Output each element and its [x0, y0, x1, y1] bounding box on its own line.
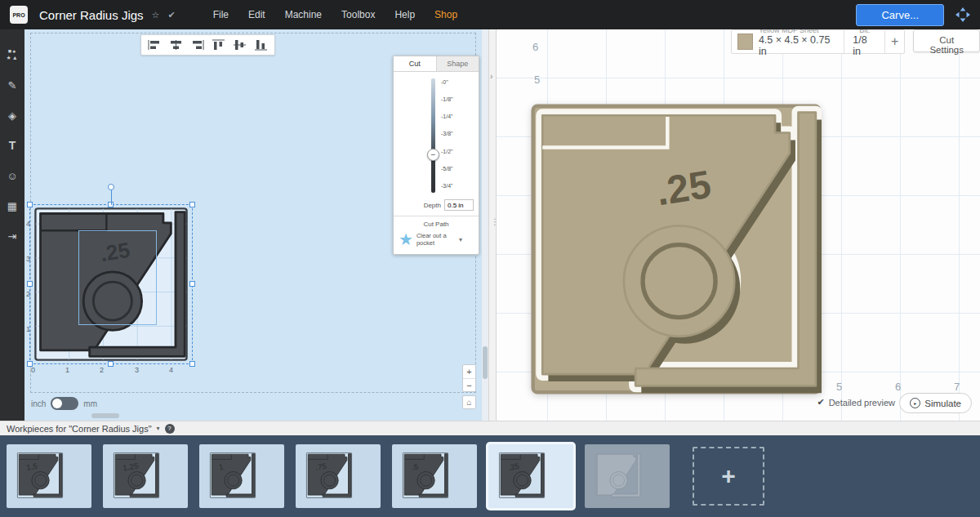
depth-slider-handle[interactable]: − — [427, 149, 439, 161]
check-icon: ✔ — [817, 397, 824, 408]
material-card[interactable]: Yellow MDF Sheet 4.5 × 4.5 × 0.75 in Bit… — [731, 29, 905, 54]
chevron-down-icon: ▾ — [459, 236, 462, 243]
detailed-preview-toggle[interactable]: ✔ Detailed preview — [817, 397, 895, 408]
axis-label: 5 — [534, 74, 540, 86]
depth-label: Depth — [424, 202, 441, 209]
project-title[interactable]: Corner Radius Jigs — [39, 8, 144, 22]
align-middle-vertical-icon[interactable] — [233, 39, 247, 51]
workpiece-thumbnail-6-selected[interactable]: .25 — [488, 444, 573, 508]
workpieces-strip: 1.5 1.25 1 .75 .5 .25 + — [0, 435, 980, 517]
unit-toggle[interactable] — [51, 397, 78, 410]
resize-handle[interactable] — [189, 361, 195, 367]
shapes-tool-icon[interactable]: ■● ★▲ — [2, 46, 22, 64]
align-bottom-icon[interactable] — [254, 39, 268, 51]
zoom-out-button[interactable]: − — [463, 378, 475, 391]
depth-input[interactable] — [444, 199, 474, 211]
canvas-vertical-scrollbar[interactable] — [482, 29, 488, 421]
fullscreen-arrows-icon[interactable] — [956, 7, 970, 22]
workpiece-preview — [209, 452, 256, 498]
axis-label: 6 — [895, 381, 901, 393]
workpiece-preview — [16, 452, 64, 498]
mm-label: mm — [83, 399, 97, 408]
workpiece-thumbnail-1[interactable]: 1.5 — [7, 444, 91, 508]
workpiece-preview — [402, 452, 449, 498]
help-icon[interactable]: ? — [165, 424, 175, 434]
workpiece-thumbnail-4[interactable]: .75 — [296, 444, 381, 508]
material-tool-icon[interactable]: ▦ — [2, 197, 22, 215]
zoom-in-button[interactable]: + — [463, 365, 475, 378]
horizontal-scrollbar[interactable] — [91, 413, 119, 418]
resize-handle[interactable] — [189, 281, 195, 287]
import-tool-icon[interactable]: ⇥ — [2, 227, 22, 245]
simulate-button[interactable]: ▸ Simulate — [899, 393, 972, 413]
menu-machine[interactable]: Machine — [275, 2, 332, 27]
rotation-stem — [111, 190, 112, 205]
workpiece-thumbnail-7-disabled[interactable] — [585, 444, 670, 508]
drill-tool-icon[interactable]: ◈ — [2, 106, 22, 124]
align-top-icon[interactable] — [212, 39, 225, 51]
zoom-home-button[interactable]: ⌂ — [462, 395, 476, 409]
resize-handle[interactable] — [189, 202, 195, 207]
collapse-arrow-icon[interactable]: › — [490, 72, 492, 81]
cut-settings-button[interactable]: Cut Settings — [913, 29, 980, 52]
workpiece-preview — [305, 452, 353, 498]
preview-3d-workpiece — [531, 104, 822, 394]
axis-label: 6 — [532, 41, 538, 53]
panel-splitter[interactable]: › ⋮ — [482, 29, 497, 421]
workpiece-thumbnail-3[interactable]: 1 — [199, 444, 284, 508]
add-bit-button[interactable]: + — [884, 30, 904, 53]
cut-path-title: Cut Path — [399, 221, 474, 228]
saved-check-icon: ✔ — [167, 10, 175, 20]
left-toolbar: ■● ★▲ ✎ ◈ T ☺ ▦ ⇥ — [0, 29, 24, 421]
menu-bar: File Edit Machine Toolbox Help Shop — [203, 2, 467, 27]
rotation-handle[interactable] — [108, 184, 114, 190]
workpiece-thumbnail-2[interactable]: 1.25 — [103, 444, 188, 508]
menu-edit[interactable]: Edit — [238, 2, 275, 27]
menu-file[interactable]: File — [203, 2, 238, 27]
plus-icon: + — [721, 464, 736, 488]
topbar: PRO Corner Radius Jigs ☆ ✔ File Edit Mac… — [0, 0, 980, 29]
cut-path-dropdown[interactable]: ★ Clear out a pocket ▾ — [399, 231, 474, 247]
tab-shape[interactable]: Shape — [436, 56, 479, 71]
menu-shop[interactable]: Shop — [425, 2, 467, 27]
cut-path-option: Clear out a pocket — [416, 232, 456, 247]
chevron-down-icon[interactable]: ▾ — [157, 425, 160, 432]
resize-handle[interactable] — [108, 361, 114, 367]
preview-panel[interactable]: 6 5 5 6 7 .25 Yellow MDF Sheet 4.5 × 4.5… — [497, 29, 980, 421]
cut-panel: Cut Shape -0" -1/8" -1/4" -3/8" -1/2" -5… — [393, 56, 479, 255]
inch-label: inch — [31, 399, 46, 408]
menu-toolbox[interactable]: Toolbox — [332, 2, 385, 27]
icons-tool-icon[interactable]: ☺ — [2, 167, 22, 185]
add-workpiece-button[interactable]: + — [693, 447, 764, 506]
tab-cut[interactable]: Cut — [394, 56, 436, 71]
alignment-toolbar — [140, 34, 275, 56]
carve-button[interactable]: Carve... — [856, 4, 944, 26]
draw-tool-icon[interactable]: ✎ — [2, 76, 22, 94]
design-canvas[interactable]: .25 4 3 2 1 0 1 2 3 4 inch — [24, 29, 482, 421]
workpiece-preview — [498, 452, 546, 498]
bit-selector[interactable]: Bit: 1/8 in — [844, 30, 884, 53]
workpieces-header: Workpieces for "Corner Radius Jigs" ▾ ? — [0, 421, 980, 435]
workpiece-thumbnail-5[interactable]: .5 — [392, 444, 477, 508]
align-center-horizontal-icon[interactable] — [169, 39, 183, 51]
workpiece-preview — [595, 452, 642, 498]
selection-box — [29, 204, 193, 364]
simulate-icon: ▸ — [910, 398, 920, 408]
material-dimensions: 4.5 × 4.5 × 0.75 in — [759, 34, 835, 57]
easel-logo[interactable]: PRO — [10, 6, 28, 24]
workpieces-title: Workpieces for "Corner Radius Jigs" — [7, 424, 152, 434]
axis-label: 7 — [954, 381, 960, 393]
resize-handle[interactable] — [27, 281, 33, 287]
align-left-icon[interactable] — [148, 39, 162, 51]
workpiece-preview — [113, 452, 160, 498]
resize-handle[interactable] — [27, 202, 33, 207]
favorite-star-icon[interactable]: ☆ — [152, 10, 160, 20]
depth-slider-track[interactable] — [431, 78, 435, 193]
pocket-icon: ★ — [399, 231, 413, 247]
align-right-icon[interactable] — [190, 39, 204, 51]
axis-label: 5 — [836, 381, 842, 393]
text-tool-icon[interactable]: T — [2, 136, 22, 154]
material-swatch — [737, 33, 753, 50]
menu-help[interactable]: Help — [385, 2, 425, 27]
